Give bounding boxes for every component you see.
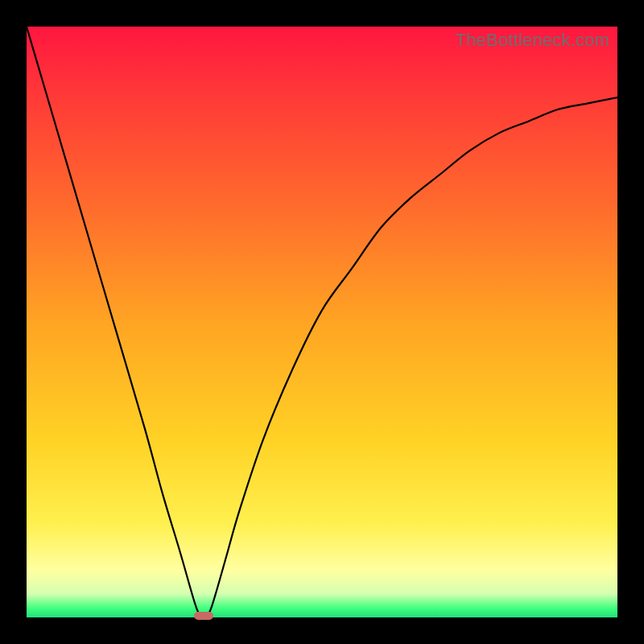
bottleneck-curve: [27, 27, 617, 617]
minimum-marker: [194, 612, 213, 620]
chart-frame: TheBottleneck.com: [0, 0, 644, 644]
plot-area: TheBottleneck.com: [27, 27, 617, 617]
